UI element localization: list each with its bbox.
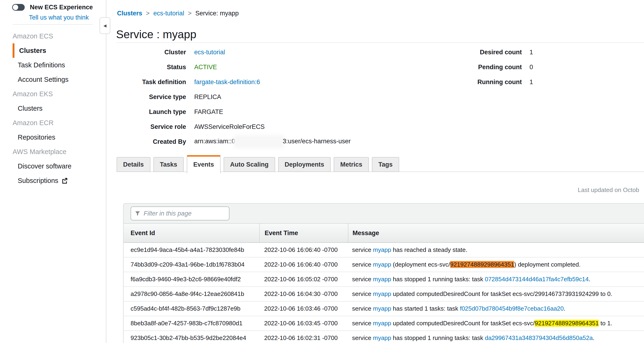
detail-row-desired-count: Desired count1 [450, 45, 533, 60]
tab-events[interactable]: Events [187, 155, 220, 173]
event-id-cell: 8beb3a8f-a0e7-4257-983b-c7fc870980d1 [124, 320, 259, 327]
sidebar-item-label: Task Definitions [18, 58, 65, 72]
table-row: 923b05c1-30b2-47bb-b535-9d2be22084e42022… [124, 331, 644, 343]
detail-row-status: StatusACTIVE [116, 60, 351, 74]
message-text: service [352, 334, 373, 341]
sidebar-item-subscriptions[interactable]: Subscriptions [0, 173, 106, 188]
tab-deployments[interactable]: Deployments [278, 157, 331, 172]
sidebar-item-clusters[interactable]: Clusters [12, 43, 106, 58]
breadcrumb-item-clusters[interactable]: Clusters [117, 10, 142, 17]
tab-auto-scaling[interactable]: Auto Scaling [224, 157, 275, 172]
redaction-blur [236, 137, 282, 146]
message-cell: service myapp updated computedDesiredCou… [348, 290, 644, 298]
message-cell: service myapp (deployment ecs-svc/921927… [348, 261, 644, 268]
filter-row [124, 204, 644, 223]
event-id-cell: 923b05c1-30b2-47bb-b535-9d2be22084e4 [124, 334, 259, 342]
feedback-link[interactable]: Tell us what you think [29, 14, 89, 21]
message-link[interactable]: da29967431a3483794304d56d850a52a [485, 334, 593, 341]
detail-label: Created By [116, 138, 186, 145]
detail-value-link[interactable]: ecs-tutorial [194, 49, 225, 56]
message-text: has reached a steady state. [391, 246, 468, 253]
table-row: 8beb3a8f-a0e7-4257-983b-c7fc870980d12022… [124, 316, 644, 331]
sidebar-item-label: Discover software [18, 159, 71, 173]
message-cell: service myapp has started 1 tasks: task … [348, 305, 644, 312]
search-highlight-match: 9219274889298964351 [535, 320, 599, 327]
external-link-icon [62, 178, 68, 184]
message-link[interactable]: 072854d473144d46a17fa4c7efb59c14 [485, 276, 588, 283]
message-cell: service myapp has reached a steady state… [348, 246, 644, 254]
detail-value: AWSServiceRoleForECS [194, 123, 265, 130]
detail-value: 1 [530, 78, 533, 86]
detail-value-text: FARGATE [194, 108, 223, 115]
message-link[interactable]: myapp [373, 276, 391, 283]
column-header-message: Message [348, 224, 644, 242]
tab-tasks[interactable]: Tasks [154, 157, 184, 172]
sidebar: New ECS Experience Tell us what you thin… [0, 0, 106, 343]
message-cell: service myapp has stopped 1 running task… [348, 334, 644, 342]
table-row: 74bb3d09-c209-43a1-96be-1db1f6783b042022… [124, 257, 644, 272]
new-ecs-experience-toggle[interactable] [12, 4, 25, 11]
page-title: Service : myapp [116, 28, 196, 41]
tab-tags[interactable]: Tags [372, 157, 399, 172]
sidebar-item-account-settings[interactable]: Account Settings [0, 72, 106, 87]
sidebar-item-label: Account Settings [18, 72, 68, 87]
table-row: a2978c90-0856-4a8e-9f4c-12eae260841b2022… [124, 286, 644, 301]
column-header-event-id: Event Id [124, 224, 259, 242]
breadcrumb-item-service-myapp: Service: myapp [196, 10, 239, 17]
sidebar-collapse-button[interactable]: ◀ [100, 17, 110, 34]
column-header-event-time: Event Time [259, 224, 348, 242]
event-id-cell: c595ad4c-bf4f-482b-8563-7df9c1287e9b [124, 305, 259, 312]
detail-label: Pending count [450, 64, 522, 71]
event-time-cell: 2022-10-06 16:06:40 -0700 [259, 261, 348, 268]
detail-label: Cluster [116, 49, 186, 56]
message-link[interactable]: f025d07bd780454b9f8e7cebac16aa20 [460, 305, 564, 312]
sidebar-item-task-definitions[interactable]: Task Definitions [0, 58, 106, 72]
detail-value: 1 [530, 49, 533, 56]
detail-row-created-by: Created Byarn:aws:iam::03:user/ecs-harne… [116, 134, 351, 149]
events-table-header: Event IdEvent TimeMessage [124, 223, 644, 243]
sidebar-section-header-amazon-ecs: Amazon ECS [0, 29, 106, 43]
title-divider [116, 42, 644, 43]
sidebar-item-clusters[interactable]: Clusters [0, 101, 106, 116]
detail-label: Launch type [116, 108, 186, 116]
tab-details[interactable]: Details [116, 157, 150, 172]
message-text: service [352, 290, 373, 297]
sidebar-divider [12, 24, 93, 25]
detail-row-service-type: Service typeREPLICA [116, 89, 351, 104]
message-link[interactable]: myapp [373, 320, 391, 327]
message-link[interactable]: myapp [373, 334, 391, 341]
message-link[interactable]: myapp [373, 290, 391, 297]
breadcrumb-item-ecs-tutorial[interactable]: ecs-tutorial [154, 10, 184, 17]
detail-value: 0 [530, 64, 533, 71]
sidebar-item-repositories[interactable]: Repositories [0, 130, 106, 144]
table-row: f6a9cdb3-9460-49e3-b2c6-98669e40fdf22022… [124, 272, 644, 286]
detail-value: FARGATE [194, 108, 223, 116]
message-link[interactable]: myapp [373, 261, 391, 268]
message-text: to 1. [599, 320, 612, 327]
new-ecs-experience-row: New ECS Experience [12, 4, 93, 11]
message-link[interactable]: myapp [373, 246, 391, 253]
chevron-left-icon: ◀ [103, 23, 106, 28]
breadcrumb-separator: > [188, 10, 192, 17]
detail-label: Desired count [450, 49, 522, 56]
message-text: service [352, 305, 373, 312]
tab-metrics[interactable]: Metrics [334, 157, 369, 172]
message-link[interactable]: myapp [373, 305, 391, 312]
sidebar-section-header-amazon-eks: Amazon EKS [0, 87, 106, 101]
detail-value: fargate-task-definition:6 [194, 78, 260, 86]
tab-bar: DetailsTasksEventsAuto ScalingDeployment… [116, 155, 402, 173]
last-updated-text: Last updated on Octob [578, 186, 639, 194]
event-time-cell: 2022-10-06 16:06:40 -0700 [259, 246, 348, 254]
detail-value-text: 0 [530, 64, 533, 71]
detail-label: Status [116, 64, 186, 71]
message-text: has stopped 1 running tasks: task [391, 276, 485, 283]
detail-label: Running count [450, 78, 522, 86]
detail-value-link[interactable]: fargate-task-definition:6 [194, 78, 260, 85]
sidebar-item-discover-software[interactable]: Discover software [0, 159, 106, 173]
detail-row-running-count: Running count1 [450, 74, 533, 89]
service-counts: Desired count1Pending count0Running coun… [450, 45, 533, 89]
breadcrumb: Clusters>ecs-tutorial>Service: myapp [117, 10, 239, 17]
filter-input[interactable] [143, 210, 227, 217]
sidebar-item-label: Clusters [19, 43, 46, 58]
message-text: has started 1 tasks: task [391, 305, 460, 312]
